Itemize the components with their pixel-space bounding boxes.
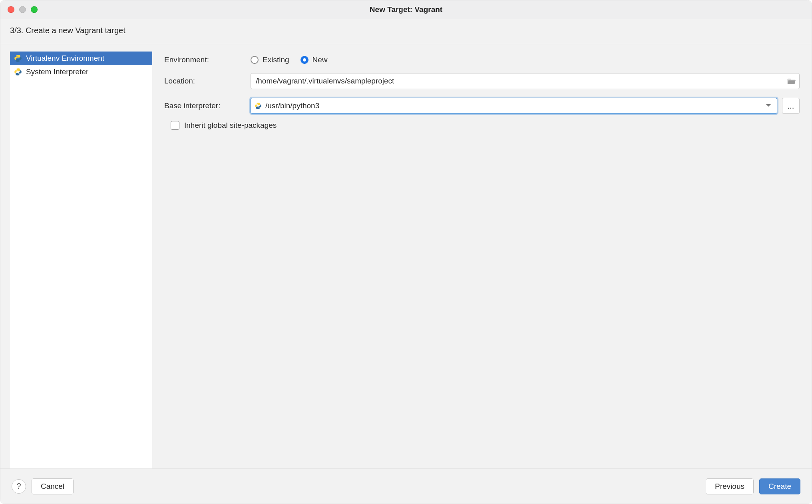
radio-existing[interactable]: Existing [251,56,289,64]
python-icon [14,54,22,62]
radio-circle-icon [251,56,259,64]
previous-button[interactable]: Previous [706,478,754,494]
step-header: 3/3. Create a new Vagrant target [0,19,812,44]
location-input[interactable] [251,77,787,85]
create-button[interactable]: Create [759,478,800,494]
inherit-checkbox[interactable] [171,121,179,130]
help-button[interactable]: ? [12,479,26,494]
inherit-checkbox-label: Inherit global site-packages [184,121,277,130]
footer: ? Cancel Previous Create [0,468,812,504]
radio-circle-icon [301,56,308,64]
sidebar-item-virtualenv-environment[interactable]: Virtualenv Environment [10,52,152,65]
base-interpreter-label: Base interpreter: [164,101,244,110]
sidebar-item-system-interpreter[interactable]: System Interpreter [10,65,152,79]
browse-folder-icon[interactable] [787,77,799,85]
titlebar: New Target: Vagrant [0,0,812,19]
sidebar-item-label: System Interpreter [26,67,88,76]
window-title: New Target: Vagrant [0,5,812,14]
environment-row: Environment: Existing New [164,56,800,64]
cancel-button[interactable]: Cancel [32,478,74,494]
base-interpreter-combo[interactable]: /usr/bin/python3 [251,98,777,114]
location-label: Location: [164,77,244,85]
base-interpreter-value: /usr/bin/python3 [265,101,763,110]
content: Virtualenv Environment System Interprete… [0,44,812,468]
base-interpreter-wrap: /usr/bin/python3 ... [251,98,800,114]
radio-new[interactable]: New [301,56,328,64]
form: Environment: Existing New Location: [152,44,812,468]
radio-label: New [312,56,328,64]
sidebar: Virtualenv Environment System Interprete… [10,52,152,468]
window-close-button[interactable] [8,6,14,13]
window-maximize-button[interactable] [31,6,38,13]
sidebar-item-label: Virtualenv Environment [26,54,104,63]
base-interpreter-row: Base interpreter: /usr/bin/python3 ... [164,98,800,114]
window-minimize-button[interactable] [19,6,26,13]
inherit-checkbox-row[interactable]: Inherit global site-packages [171,121,277,130]
location-row: Location: [164,73,800,89]
environment-label: Environment: [164,56,244,64]
inherit-row: Inherit global site-packages [164,121,800,130]
window-controls [8,6,38,13]
python-icon [14,68,22,76]
location-field-wrap [251,73,800,89]
chevron-down-icon [763,104,774,108]
base-interpreter-browse-button[interactable]: ... [782,98,800,114]
radio-label: Existing [263,56,289,64]
python-icon [254,102,262,110]
environment-radio-group: Existing New [251,56,328,64]
